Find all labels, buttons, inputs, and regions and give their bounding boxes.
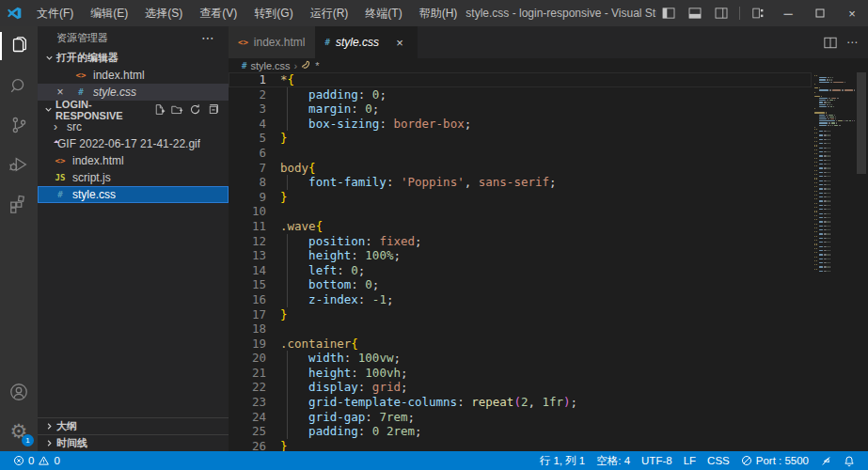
- code-line[interactable]: 10: [229, 204, 812, 219]
- line-number: 25: [229, 424, 266, 439]
- code-line[interactable]: 9}: [229, 190, 812, 205]
- close-button[interactable]: ×: [836, 0, 868, 26]
- toggle-secondary-sidebar-icon[interactable]: [709, 1, 734, 25]
- customize-layout-icon[interactable]: [746, 1, 770, 25]
- menu-edit[interactable]: 编辑(E): [82, 0, 136, 26]
- tree-item-label: script.js: [72, 171, 111, 184]
- code-line[interactable]: 15 bottom: 0;: [229, 277, 812, 292]
- code-line[interactable]: 17}: [229, 307, 812, 322]
- code-line[interactable]: 26}: [229, 439, 812, 451]
- code-line[interactable]: 11.wave{: [229, 219, 812, 234]
- maximize-button[interactable]: [804, 0, 836, 26]
- menu-go[interactable]: 转到(G): [245, 0, 301, 26]
- refresh-icon[interactable]: [189, 103, 201, 116]
- tree-item-script-js[interactable]: JSscript.js: [38, 169, 229, 186]
- tree-item-gif-2022-06-17-21-41-22-gif[interactable]: GIF 2022-06-17 21-41-22.gif: [38, 135, 229, 152]
- code-text: font-family: 'Poppins', sans-serif;: [266, 175, 557, 190]
- code-line[interactable]: 1*{: [229, 72, 812, 87]
- code-text: [266, 146, 280, 161]
- menu-terminal[interactable]: 终端(T): [356, 0, 410, 26]
- menu-selection[interactable]: 选择(S): [136, 0, 191, 26]
- language-mode[interactable]: CSS: [702, 451, 735, 470]
- scrollbar-thumb[interactable]: [857, 72, 866, 174]
- explorer-sidebar: 资源管理器 ⋯ 打开的编辑器 <>index.html×#style.css L…: [38, 26, 229, 451]
- sidebar-more-actions-icon[interactable]: ⋯: [196, 30, 221, 45]
- folder-section[interactable]: LOGIN-RESPONSIVE: [38, 101, 229, 118]
- breadcrumb-file[interactable]: style.css: [250, 60, 290, 71]
- encoding-setting[interactable]: UTF-8: [636, 451, 678, 470]
- line-number: 1: [229, 72, 266, 87]
- menu-help[interactable]: 帮助(H): [411, 0, 466, 26]
- open-editor-item[interactable]: <>index.html: [38, 67, 229, 84]
- explorer-icon[interactable]: [0, 26, 38, 66]
- breadcrumb[interactable]: # style.css › *: [229, 58, 868, 72]
- code-line[interactable]: 16 z-index: -1;: [229, 292, 812, 307]
- code-line[interactable]: 12 position: fixed;: [229, 234, 812, 249]
- feedback-icon[interactable]: [814, 451, 838, 470]
- code-line[interactable]: 2 padding: 0;: [229, 87, 812, 102]
- editor-scrollbar[interactable]: [855, 72, 868, 451]
- indentation-setting[interactable]: 空格: 4: [591, 451, 636, 470]
- menu-view[interactable]: 查看(V): [191, 0, 245, 26]
- error-count: 0: [28, 455, 34, 466]
- tree-item-index-html[interactable]: <>index.html: [38, 152, 229, 169]
- settings-badge: 1: [22, 434, 34, 446]
- source-control-icon[interactable]: [0, 105, 38, 145]
- code-line[interactable]: 7body{: [229, 161, 812, 176]
- close-icon[interactable]: ×: [53, 86, 68, 99]
- minimap[interactable]: [812, 72, 855, 451]
- split-editor-icon[interactable]: [824, 37, 837, 49]
- outline-section[interactable]: 大纲: [38, 417, 229, 434]
- extensions-icon[interactable]: [0, 184, 38, 224]
- tab-index.html[interactable]: <>index.html: [229, 26, 316, 58]
- timeline-section[interactable]: 时间线: [38, 434, 229, 451]
- code-line[interactable]: 3 margin: 0;: [229, 102, 812, 117]
- code-line[interactable]: 13 height: 100%;: [229, 248, 812, 263]
- code-line[interactable]: 5}: [229, 131, 812, 146]
- tree-item-style-css[interactable]: #style.css: [38, 186, 229, 203]
- code-line[interactable]: 4 box-sizing: border-box;: [229, 117, 812, 132]
- toggle-panel-icon[interactable]: [683, 1, 707, 25]
- run-debug-icon[interactable]: [0, 145, 38, 184]
- html-file-icon: <>: [53, 156, 68, 165]
- new-folder-icon[interactable]: [171, 103, 183, 116]
- code-text: }: [266, 439, 288, 451]
- line-number: 26: [229, 439, 266, 451]
- warning-count: 0: [54, 455, 59, 466]
- toggle-sidebar-icon[interactable]: [656, 1, 681, 25]
- settings-gear-icon[interactable]: ⚙ 1: [0, 412, 38, 451]
- open-editors-section[interactable]: 打开的编辑器: [38, 49, 229, 67]
- code-line[interactable]: 19.container{: [229, 337, 812, 352]
- search-icon[interactable]: [0, 66, 38, 105]
- open-editors-label: 打开的编辑器: [56, 51, 118, 65]
- collapse-all-icon[interactable]: [207, 103, 219, 116]
- problems-indicator[interactable]: 0 0: [8, 451, 66, 470]
- close-icon[interactable]: ×: [392, 36, 407, 50]
- code-line[interactable]: 25 padding: 0 2rem;: [229, 424, 812, 439]
- tab-style.css[interactable]: #style.css×: [316, 26, 418, 58]
- code-text: grid-template-columns: repeat(2, 1fr);: [266, 395, 577, 410]
- menu-file[interactable]: 文件(F): [28, 0, 82, 26]
- code-line[interactable]: 8 font-family: 'Poppins', sans-serif;: [229, 175, 812, 190]
- eol-setting[interactable]: LF: [678, 451, 702, 470]
- notifications-bell-icon[interactable]: [838, 451, 860, 470]
- breadcrumb-symbol[interactable]: *: [315, 60, 319, 71]
- code-text: box-sizing: border-box;: [266, 117, 471, 132]
- code-line[interactable]: 21 height: 100vh;: [229, 366, 812, 381]
- cursor-position[interactable]: 行 1, 列 1: [534, 451, 592, 470]
- code-line[interactable]: 24 grid-gap: 7rem;: [229, 410, 812, 425]
- new-file-icon[interactable]: [153, 103, 166, 116]
- code-line[interactable]: 14 left: 0;: [229, 263, 812, 278]
- code-line[interactable]: 20 width: 100vw;: [229, 351, 812, 366]
- minimize-button[interactable]: ─: [772, 0, 804, 26]
- tree-item-src[interactable]: ›src: [38, 118, 229, 135]
- more-actions-icon[interactable]: ⋯: [846, 36, 859, 49]
- menu-run[interactable]: 运行(R): [302, 0, 357, 26]
- code-line[interactable]: 22 display: grid;: [229, 380, 812, 395]
- code-line[interactable]: 23 grid-template-columns: repeat(2, 1fr)…: [229, 395, 812, 410]
- code-editor[interactable]: 1*{2 padding: 0;3 margin: 0;4 box-sizing…: [229, 72, 812, 451]
- code-line[interactable]: 18: [229, 321, 812, 337]
- account-icon[interactable]: [0, 372, 38, 412]
- code-line[interactable]: 6: [229, 146, 812, 161]
- live-server-port[interactable]: Port : 5500: [735, 451, 814, 470]
